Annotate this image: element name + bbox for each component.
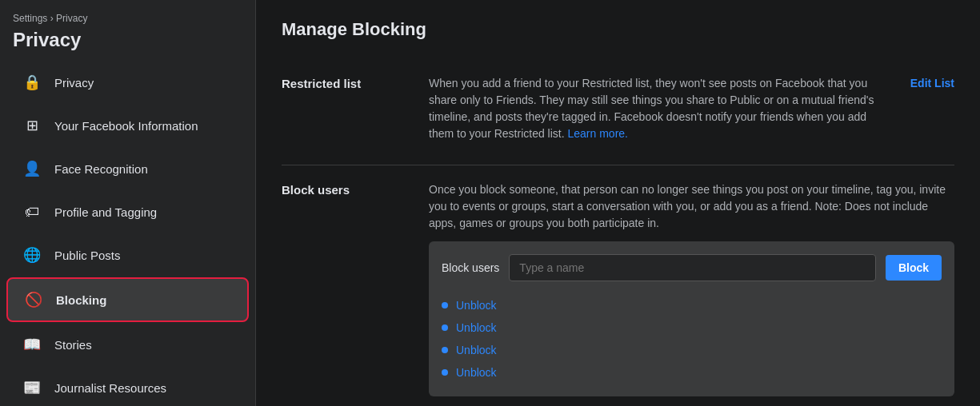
block-users-input[interactable]: [509, 254, 876, 281]
block-users-section: Block users Once you block someone, that…: [282, 165, 954, 406]
tag-icon: 🏷: [19, 199, 45, 225]
face-icon: 👤: [19, 156, 45, 181]
block-users-content: Once you block someone, that person can …: [429, 181, 954, 396]
list-item: Unblock: [442, 361, 942, 384]
restricted-list-content-row: When you add a friend to your Restricted…: [429, 75, 954, 149]
bullet-icon: [442, 347, 448, 353]
unblock-list: Unblock Unblock Unblock Unblock: [442, 294, 942, 384]
block-input-area: Block users Block Unblock Unblock: [429, 241, 954, 396]
block-icon: 🚫: [21, 287, 46, 312]
page-title: Privacy: [0, 27, 255, 61]
restricted-learn-more-link[interactable]: Learn more.: [568, 127, 628, 140]
block-input-label: Block users: [442, 261, 499, 274]
sidebar: Settings › Privacy Privacy 🔒 Privacy ⊞ Y…: [0, 0, 256, 406]
block-users-label: Block users: [282, 181, 410, 396]
restricted-list-description: When you add a friend to your Restricted…: [429, 75, 878, 142]
sidebar-item-public-posts[interactable]: 🌐 Public Posts: [6, 234, 249, 276]
bullet-icon: [442, 302, 448, 308]
block-users-description: Once you block someone, that person can …: [429, 181, 954, 232]
restricted-list-section: Restricted list When you add a friend to…: [282, 59, 954, 165]
list-item: Unblock: [442, 339, 942, 361]
bullet-icon: [442, 369, 448, 376]
list-item: Unblock: [442, 316, 942, 339]
sidebar-item-profile-and-tagging[interactable]: 🏷 Profile and Tagging: [6, 191, 249, 233]
sidebar-item-blocking[interactable]: 🚫 Blocking: [6, 277, 249, 322]
unblock-link-3[interactable]: Unblock: [456, 344, 497, 356]
lock-icon: 🔒: [19, 70, 45, 95]
restricted-list-label: Restricted list: [282, 75, 410, 149]
newspaper-icon: 📰: [19, 375, 45, 400]
book-icon: 📖: [19, 332, 45, 357]
main-heading: Manage Blocking: [282, 19, 954, 40]
sidebar-item-your-facebook-information[interactable]: ⊞ Your Facebook Information: [6, 105, 249, 146]
unblock-link-2[interactable]: Unblock: [456, 321, 497, 334]
edit-list-link[interactable]: Edit List: [910, 75, 954, 149]
sidebar-item-privacy[interactable]: 🔒 Privacy: [6, 62, 249, 103]
restricted-list-inner: When you add a friend to your Restricted…: [429, 75, 878, 149]
unblock-link-1[interactable]: Unblock: [456, 299, 497, 312]
bullet-icon: [442, 324, 448, 331]
breadcrumb: Settings › Privacy: [0, 10, 255, 27]
block-button[interactable]: Block: [886, 255, 942, 281]
globe-icon: 🌐: [19, 242, 45, 268]
grid-icon: ⊞: [19, 113, 45, 138]
unblock-link-4[interactable]: Unblock: [456, 366, 497, 379]
list-item: Unblock: [442, 294, 942, 316]
sidebar-item-face-recognition[interactable]: 👤 Face Recognition: [6, 148, 249, 189]
sidebar-item-stories[interactable]: 📖 Stories: [6, 324, 249, 365]
block-input-row: Block users Block: [442, 254, 942, 281]
main-content: Manage Blocking Restricted list When you…: [256, 0, 980, 406]
sidebar-item-journalist-resources[interactable]: 📰 Journalist Resources: [6, 367, 249, 406]
